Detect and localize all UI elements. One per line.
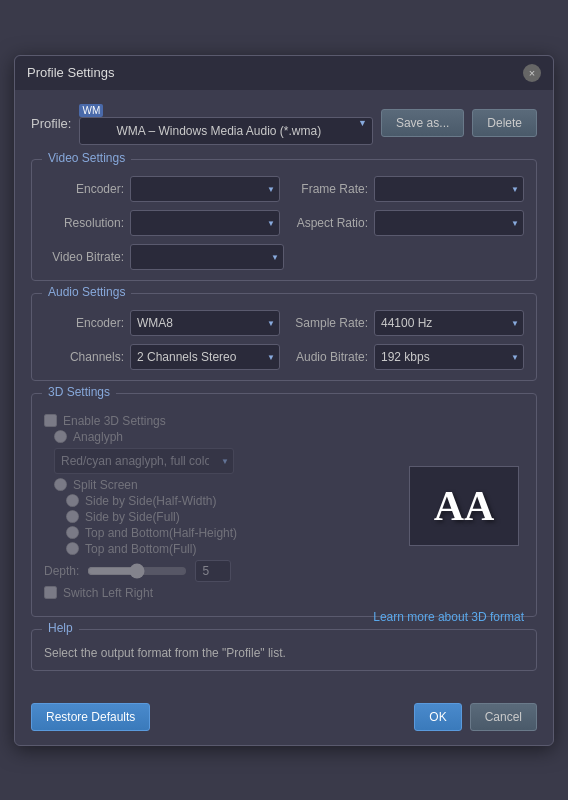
video-bitrate-select[interactable] [130,244,284,270]
video-settings-section: Video Settings Encoder: Frame Rate: [31,159,537,281]
audio-encoder-select[interactable]: WMA8 [130,310,280,336]
split-screen-radio[interactable] [54,478,67,491]
3d-right: AA [404,410,524,602]
channels-label: Channels: [44,350,124,364]
side-full-row: Side by Side(Full) [66,510,394,524]
resolution-row: Resolution: [44,210,280,236]
dialog-footer: Restore Defaults OK Cancel [15,695,553,745]
resolution-control [130,210,280,236]
help-section: Help Select the output format from the "… [31,629,537,671]
ok-button[interactable]: OK [414,703,461,731]
3d-content: Enable 3D Settings Anaglyph Red/cyan ana… [44,410,524,602]
side-half-label: Side by Side(Half-Width) [85,494,216,508]
aspect-ratio-row: Aspect Ratio: [288,210,524,236]
enable-3d-row: Enable 3D Settings [44,414,394,428]
channels-row: Channels: 2 Channels Stereo [44,344,280,370]
sample-rate-row: Sample Rate: 44100 Hz [288,310,524,336]
depth-row: Depth: [44,560,394,582]
sample-rate-label: Sample Rate: [288,316,368,330]
audio-encoder-control: WMA8 [130,310,280,336]
anaglyph-dropdown-wrapper: Red/cyan anaglyph, full color [54,448,394,474]
encoder-label: Encoder: [44,182,124,196]
cancel-button[interactable]: Cancel [470,703,537,731]
switch-lr-row: Switch Left Right [44,586,394,600]
title-bar: Profile Settings × [15,56,553,90]
aspect-ratio-label: Aspect Ratio: [288,216,368,230]
resolution-label: Resolution: [44,216,124,230]
close-button[interactable]: × [523,64,541,82]
anaglyph-label: Anaglyph [73,430,123,444]
audio-bitrate-row: Audio Bitrate: 192 kbps [288,344,524,370]
3d-left: Enable 3D Settings Anaglyph Red/cyan ana… [44,410,394,602]
audio-bitrate-control: 192 kbps [374,344,524,370]
audio-settings-grid: Encoder: WMA8 Sample Rate: 44100 Hz [44,310,524,370]
audio-settings-section: Audio Settings Encoder: WMA8 Sample Rate… [31,293,537,381]
frame-rate-control [374,176,524,202]
profile-select-wrapper: WM WMA – Windows Media Audio (*.wma) [79,102,372,145]
sample-rate-control: 44100 Hz [374,310,524,336]
channels-select[interactable]: 2 Channels Stereo [130,344,280,370]
anaglyph-row: Anaglyph [54,430,394,444]
dialog-content: Profile: WM WMA – Windows Media Audio (*… [15,90,553,695]
footer-right: OK Cancel [414,703,537,731]
sample-rate-select[interactable]: 44100 Hz [374,310,524,336]
audio-encoder-row: Encoder: WMA8 [44,310,280,336]
audio-settings-title: Audio Settings [42,285,131,299]
audio-encoder-label: Encoder: [44,316,124,330]
split-screen-label: Split Screen [73,478,138,492]
preview-text: AA [434,482,495,530]
3d-settings-title: 3D Settings [42,385,116,399]
help-title: Help [42,621,79,635]
side-half-radio[interactable] [66,494,79,507]
profile-row: Profile: WM WMA – Windows Media Audio (*… [31,102,537,145]
channels-control: 2 Channels Stereo [130,344,280,370]
top-half-label: Top and Bottom(Half-Height) [85,526,237,540]
enable-3d-checkbox[interactable] [44,414,57,427]
dialog-title: Profile Settings [27,65,114,80]
split-screen-row: Split Screen [54,478,394,492]
switch-lr-label: Switch Left Right [63,586,153,600]
side-half-row: Side by Side(Half-Width) [66,494,394,508]
video-bitrate-label: Video Bitrate: [44,250,124,264]
switch-lr-checkbox[interactable] [44,586,57,599]
encoder-select[interactable] [130,176,280,202]
video-bitrate-row: Video Bitrate: [44,244,284,270]
audio-bitrate-label: Audio Bitrate: [288,350,368,364]
audio-bitrate-select[interactable]: 192 kbps [374,344,524,370]
anaglyph-type-control: Red/cyan anaglyph, full color [54,448,234,474]
wma-icon: WM [79,104,103,117]
profile-settings-dialog: Profile Settings × Profile: WM WMA – Win… [14,55,554,746]
restore-defaults-button[interactable]: Restore Defaults [31,703,150,731]
encoder-control [130,176,280,202]
top-half-row: Top and Bottom(Half-Height) [66,526,394,540]
encoder-row: Encoder: [44,176,280,202]
video-settings-title: Video Settings [42,151,131,165]
depth-input[interactable] [195,560,231,582]
learn-more-link[interactable]: Learn more about 3D format [373,610,524,624]
anaglyph-type-select[interactable]: Red/cyan anaglyph, full color [54,448,234,474]
profile-select[interactable]: WMA – Windows Media Audio (*.wma) [79,117,372,145]
side-full-radio[interactable] [66,510,79,523]
anaglyph-radio[interactable] [54,430,67,443]
frame-rate-label: Frame Rate: [288,182,368,196]
delete-button[interactable]: Delete [472,109,537,137]
frame-rate-select[interactable] [374,176,524,202]
top-full-row: Top and Bottom(Full) [66,542,394,556]
video-settings-grid: Encoder: Frame Rate: Resolution: [44,176,524,236]
profile-label: Profile: [31,116,71,131]
side-full-label: Side by Side(Full) [85,510,180,524]
depth-slider[interactable] [87,563,187,579]
top-full-radio[interactable] [66,542,79,555]
video-bitrate-control [130,244,284,270]
aspect-ratio-control [374,210,524,236]
3d-settings-section: 3D Settings Enable 3D Settings Anaglyph [31,393,537,617]
help-text: Select the output format from the "Profi… [44,646,524,660]
save-as-button[interactable]: Save as... [381,109,464,137]
aspect-ratio-select[interactable] [374,210,524,236]
frame-rate-row: Frame Rate: [288,176,524,202]
top-half-radio[interactable] [66,526,79,539]
enable-3d-label: Enable 3D Settings [63,414,166,428]
preview-box: AA [409,466,519,546]
top-full-label: Top and Bottom(Full) [85,542,196,556]
resolution-select[interactable] [130,210,280,236]
